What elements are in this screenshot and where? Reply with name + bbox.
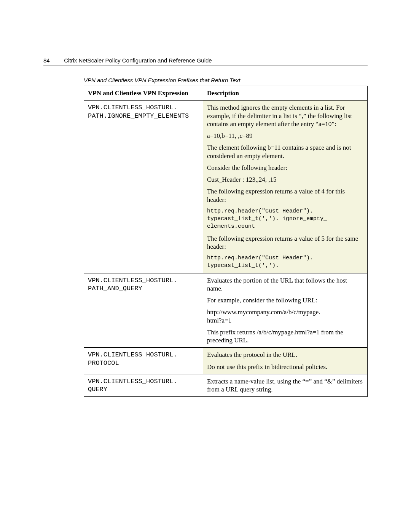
document-title: Citrix NetScaler Policy Configuration an… xyxy=(64,57,212,64)
table-row: VPN.CLIENTLESS_HOSTURL.PATH.IGNORE_EMPTY… xyxy=(84,101,368,273)
paragraph: Do not use this prefix in bidirectional … xyxy=(207,363,363,371)
content-area: VPN and Clientless VPN Expression Descri… xyxy=(84,86,368,397)
paragraph: This method ignores the empty elements i… xyxy=(207,104,363,128)
paragraph: The element following b=11 contains a sp… xyxy=(207,144,363,160)
paragraph: Extracts a name-value list, using the “=… xyxy=(207,377,363,394)
paragraph: a=10,b=11, ,c=89 xyxy=(207,132,363,140)
expression-cell: VPN.CLIENTLESS_HOSTURL.PATH.IGNORE_EMPTY… xyxy=(84,101,203,273)
expression-line: PATH_AND_QUERY xyxy=(88,284,199,292)
paragraph: Consider the following header: xyxy=(207,164,363,172)
table-header-row: VPN and Clientless VPN Expression Descri… xyxy=(84,86,368,101)
page: 84 Citrix NetScaler Policy Configuration… xyxy=(0,0,411,397)
description-cell: Evaluates the protocol in the URL.Do not… xyxy=(203,348,367,374)
description-cell: This method ignores the empty elements i… xyxy=(203,101,367,273)
expression-line: VPN.CLIENTLESS_HOSTURL. xyxy=(88,104,199,112)
expression-line: QUERY xyxy=(88,385,199,393)
description-cell: Extracts a name-value list, using the “=… xyxy=(203,374,367,397)
table-row: VPN.CLIENTLESS_HOSTURL.QUERYExtracts a n… xyxy=(84,374,368,397)
expression-line: VPN.CLIENTLESS_HOSTURL. xyxy=(88,276,199,284)
expression-line: VPN.CLIENTLESS_HOSTURL. xyxy=(88,351,199,359)
paragraph: For example, consider the following URL: xyxy=(207,296,363,304)
paragraph: This prefix returns /a/b/c/mypage.html?a… xyxy=(207,328,363,345)
paragraph: The following expression returns a value… xyxy=(207,187,363,204)
expression-line: VPN.CLIENTLESS_HOSTURL. xyxy=(88,377,199,385)
expression-cell: VPN.CLIENTLESS_HOSTURL.QUERY xyxy=(84,374,203,397)
paragraph: Cust_Header : 123,,24, ,15 xyxy=(207,176,363,184)
col-header-description: Description xyxy=(203,86,367,101)
table-row: VPN.CLIENTLESS_HOSTURL.PATH_AND_QUERYEva… xyxy=(84,273,368,348)
code-block: http.req.header("Cust_Header").typecast_… xyxy=(207,208,363,231)
expression-line: PATH.IGNORE_EMPTY_ELEMENTS xyxy=(88,112,199,120)
page-number: 84 xyxy=(43,57,62,64)
expression-cell: VPN.CLIENTLESS_HOSTURL.PROTOCOL xyxy=(84,348,203,374)
paragraph: The following expression returns a value… xyxy=(207,235,363,251)
description-cell: Evaluates the portion of the URL that fo… xyxy=(203,273,367,348)
paragraph: http://www.mycompany.com/a/b/c/mypage.ht… xyxy=(207,308,363,324)
expression-line: PROTOCOL xyxy=(88,359,199,367)
table-row: VPN.CLIENTLESS_HOSTURL.PROTOCOLEvaluates… xyxy=(84,348,368,374)
paragraph: Evaluates the portion of the URL that fo… xyxy=(207,276,363,293)
expression-cell: VPN.CLIENTLESS_HOSTURL.PATH_AND_QUERY xyxy=(84,273,203,348)
table-caption: VPN and Clientless VPN Expression Prefix… xyxy=(84,77,368,83)
col-header-expression: VPN and Clientless VPN Expression xyxy=(84,86,203,101)
code-block: http.req.header("Cust_Header").typecast_… xyxy=(207,254,363,270)
running-header: 84 Citrix NetScaler Policy Configuration… xyxy=(43,57,368,66)
expression-table: VPN and Clientless VPN Expression Descri… xyxy=(84,86,368,397)
paragraph: Evaluates the protocol in the URL. xyxy=(207,351,363,359)
